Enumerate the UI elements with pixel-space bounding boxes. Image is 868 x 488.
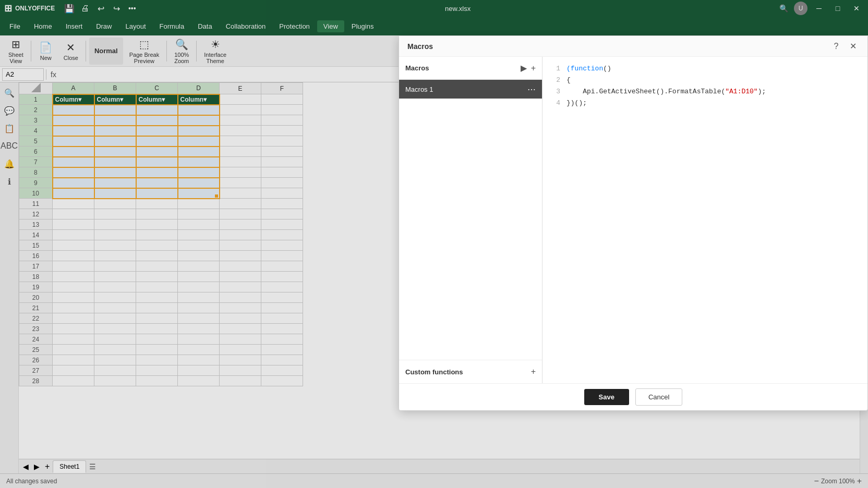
macro-menu-btn[interactable]: ⋯ — [527, 84, 536, 94]
dialog-title: Macros — [407, 42, 433, 51]
custom-functions-title: Custom functions — [405, 368, 463, 376]
line-num-4: 4 — [551, 97, 566, 109]
custom-functions-section: Custom functions + — [399, 360, 542, 383]
code-editor-panel: 1 (function() 2 { 3 Api.GetActiveSheet()… — [542, 57, 867, 383]
dialog-header-icons: ? ✕ — [830, 40, 859, 53]
macros-section-header: Macros ▶ + — [399, 57, 542, 80]
code-editor[interactable]: 1 (function() 2 { 3 Api.GetActiveSheet()… — [551, 63, 859, 377]
code-line-1: 1 (function() — [551, 63, 859, 75]
dialog-body: Macros ▶ + Macros 1 ⋯ Custom functi — [399, 57, 867, 383]
line-num-1: 1 — [551, 63, 566, 75]
macros-section-title: Macros — [405, 64, 429, 72]
modal-overlay: Macros ? ✕ Macros ▶ + Mac — [0, 0, 868, 488]
macro-item-name: Macros 1 — [405, 86, 433, 93]
macros-left-panel: Macros ▶ + Macros 1 ⋯ Custom functi — [399, 57, 542, 383]
cancel-button[interactable]: Cancel — [635, 388, 682, 406]
macros-run-btn[interactable]: ▶ — [521, 63, 527, 73]
macros-dialog: Macros ? ✕ Macros ▶ + Mac — [399, 35, 868, 411]
macro-item-1[interactable]: Macros 1 ⋯ — [399, 80, 542, 99]
code-text-2: { — [566, 75, 859, 86]
save-button[interactable]: Save — [584, 389, 629, 405]
macros-section-icons: ▶ + — [521, 63, 536, 73]
custom-functions-add-btn[interactable]: + — [531, 367, 536, 376]
dialog-footer: Save Cancel — [399, 383, 867, 410]
line-num-3: 3 — [551, 86, 566, 97]
code-line-4: 4 })(); — [551, 97, 859, 109]
code-text-4: })(); — [566, 97, 859, 109]
code-text-3: Api.GetActiveSheet().FormatAsTable("A1:D… — [566, 86, 859, 97]
code-line-3: 3 Api.GetActiveSheet().FormatAsTable("A1… — [551, 86, 859, 97]
dialog-header: Macros ? ✕ — [399, 36, 867, 57]
code-text-1: (function() — [566, 63, 859, 75]
macros-list: Macros 1 ⋯ — [399, 80, 542, 360]
macros-add-btn[interactable]: + — [531, 63, 536, 73]
dialog-help-btn[interactable]: ? — [830, 40, 842, 53]
line-num-2: 2 — [551, 75, 566, 86]
dialog-close-btn[interactable]: ✕ — [847, 40, 859, 53]
code-line-2: 2 { — [551, 75, 859, 86]
